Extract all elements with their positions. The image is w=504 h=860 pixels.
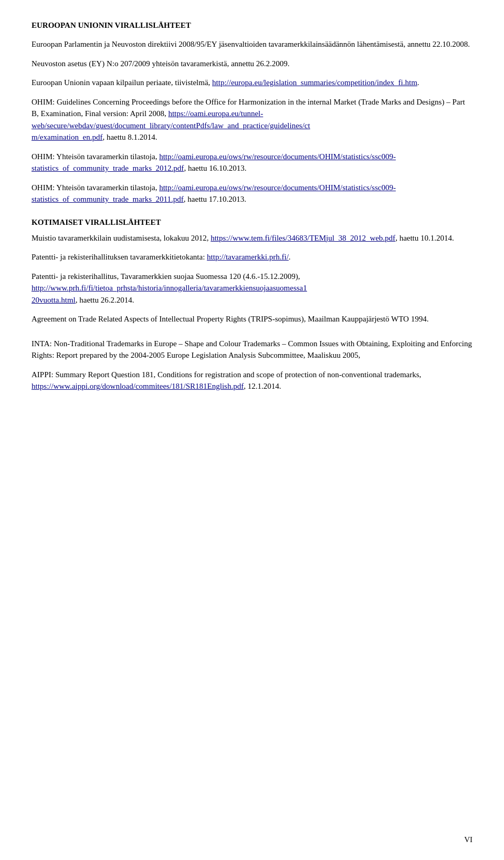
para-ohim-stats-2012: OHIM: Yhteisön tavaramerkin tilastoja, h… [32, 151, 472, 174]
para-ohim-stats-2011: OHIM: Yhteisön tavaramerkin tilastoja, h… [32, 182, 472, 205]
para-trips: INTA: Non-Traditional Trademarks in Euro… [32, 338, 472, 361]
para-regulation: Neuvoston asetus (EY) N:o 207/2009 yhtei… [32, 58, 472, 70]
ohim-stats-2011-link[interactable]: http://oami.europa.eu/ows/rw/resource/do… [32, 183, 396, 204]
para-directive: Euroopan Parlamentin ja Neuvoston direkt… [32, 38, 472, 50]
para-aippi: AIPPI: Summary Report Question 181, Cond… [32, 369, 472, 392]
para-competition: Euroopan Unionin vapaan kilpailun periaa… [32, 77, 472, 89]
para-ohim-guidelines: OHIM: Guidelines Concerning Proceedings … [32, 96, 472, 143]
prh-db-link[interactable]: http://tavaramerkki.prh.fi/ [207, 253, 289, 261]
para-muistio: Muistio tavaramerkkilain uudistamisesta,… [32, 232, 472, 244]
aippi-link[interactable]: https://www.aippi.org/download/commitees… [32, 382, 244, 390]
competition-link[interactable]: http://europa.eu/legislation_summaries/c… [212, 78, 417, 87]
muistio-link[interactable]: https://www.tem.fi/files/34683/TEMjul_38… [211, 234, 395, 242]
para-prh-history: Patentti- ja rekisterihallitus, Tavarame… [32, 271, 472, 306]
para-prh-db: Patentti- ja rekisterihallituksen tavara… [32, 251, 472, 263]
page-content: EUROOPAN UNIONIN VIRALLISLÄHTEET Euroopa… [32, 21, 472, 392]
ohim-stats-2012-link[interactable]: http://oami.europa.eu/ows/rw/resource/do… [32, 152, 396, 173]
para-tavaramerkkilaki: Agreement on Trade Related Aspects of In… [32, 313, 472, 325]
domestic-sources-heading: KOTIMAISET VIRALLISLÄHTEET [32, 218, 472, 227]
page-number: VI [464, 835, 472, 844]
prh-history-link[interactable]: http://www.prh.fi/fi/tietoa_prhsta/histo… [32, 284, 307, 304]
ohim-guidelines-link[interactable]: https://oami.europa.eu/tunnel-web/secure… [32, 109, 310, 141]
eu-sources-heading: EUROOPAN UNIONIN VIRALLISLÄHTEET [32, 21, 472, 30]
